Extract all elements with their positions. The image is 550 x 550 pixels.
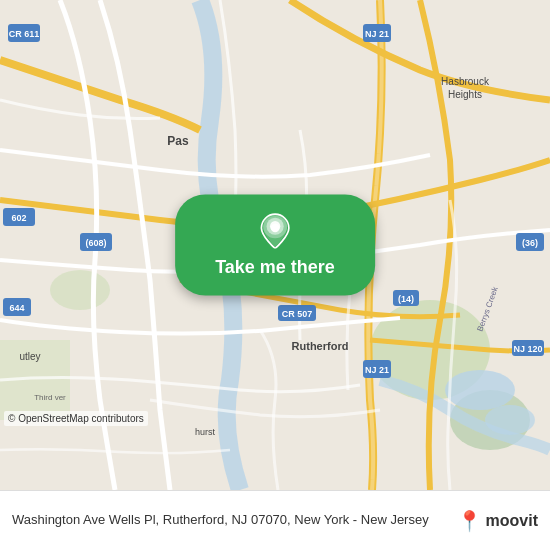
map-container: NJ 21 NJ 21 CR 611 602 (608) 644 CR 507 … (0, 0, 550, 490)
svg-text:Rutherford: Rutherford (292, 340, 349, 352)
svg-text:CR 507: CR 507 (282, 309, 313, 319)
svg-point-38 (271, 224, 280, 233)
svg-point-5 (445, 370, 515, 410)
svg-text:Heights: Heights (448, 89, 482, 100)
moovit-logo-text: moovit (486, 512, 538, 530)
svg-text:Hasbrouck: Hasbrouck (441, 76, 490, 87)
svg-point-6 (485, 405, 535, 435)
take-me-there-button[interactable]: Take me there (175, 195, 375, 296)
moovit-pin-icon: 📍 (457, 509, 482, 533)
svg-text:(14): (14) (398, 294, 414, 304)
svg-text:NJ 21: NJ 21 (365, 29, 389, 39)
svg-point-3 (50, 270, 110, 310)
svg-text:(36): (36) (522, 238, 538, 248)
svg-text:644: 644 (9, 303, 24, 313)
cta-button-container: Take me there (175, 195, 375, 296)
osm-attribution: © OpenStreetMap contributors (4, 411, 148, 426)
svg-text:NJ 120: NJ 120 (513, 344, 542, 354)
moovit-logo: 📍 moovit (457, 509, 538, 533)
svg-text:hurst: hurst (195, 427, 216, 437)
svg-text:utley: utley (19, 351, 40, 362)
location-pin-icon (257, 213, 293, 249)
svg-text:(608): (608) (85, 238, 106, 248)
address-text: Washington Ave Wells Pl, Rutherford, NJ … (12, 511, 457, 529)
svg-text:NJ 21: NJ 21 (365, 365, 389, 375)
svg-text:Pas: Pas (167, 134, 189, 148)
info-bar: Washington Ave Wells Pl, Rutherford, NJ … (0, 490, 550, 550)
svg-text:602: 602 (11, 213, 26, 223)
svg-text:Third ver: Third ver (34, 393, 66, 402)
cta-button-label: Take me there (215, 257, 335, 278)
svg-text:CR 611: CR 611 (9, 29, 40, 39)
